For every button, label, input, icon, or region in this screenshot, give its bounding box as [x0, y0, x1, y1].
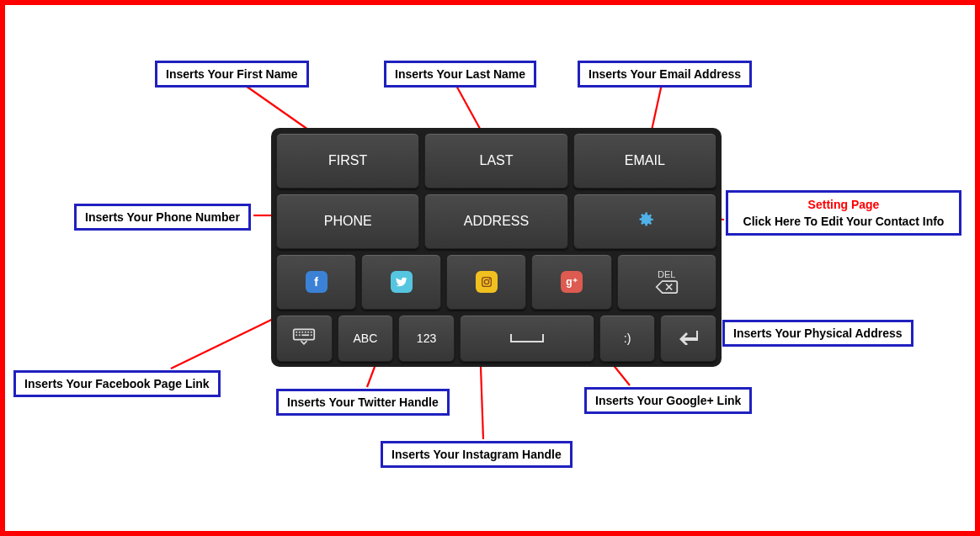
facebook-icon: f — [306, 271, 328, 293]
key-phone[interactable]: PHONE — [276, 194, 419, 249]
svg-rect-17 — [305, 332, 306, 333]
key-email[interactable]: EMAIL — [573, 133, 716, 188]
callout-facebook: Inserts Your Facebook Page Link — [13, 370, 221, 397]
key-123[interactable]: 123 — [398, 315, 455, 362]
keyboard-icon — [292, 327, 316, 349]
delete-label: DEL — [658, 269, 675, 279]
key-enter[interactable] — [660, 315, 716, 362]
svg-rect-18 — [308, 332, 310, 333]
svg-point-11 — [484, 279, 488, 284]
keyboard-row-1: FIRST LAST EMAIL — [276, 133, 716, 188]
svg-rect-14 — [296, 332, 298, 333]
key-delete[interactable]: DEL — [617, 254, 716, 310]
key-abc[interactable]: ABC — [338, 315, 394, 362]
enter-icon — [678, 328, 700, 348]
callout-phone: Inserts Your Phone Number — [74, 204, 251, 231]
key-emoji[interactable]: :) — [599, 315, 656, 362]
svg-rect-21 — [299, 334, 301, 336]
callout-first-name: Inserts Your First Name — [155, 61, 309, 88]
svg-point-12 — [488, 279, 490, 280]
key-space[interactable] — [460, 315, 594, 362]
svg-rect-15 — [299, 332, 301, 333]
callout-settings-title: Setting Page — [740, 198, 947, 211]
key-hide-keyboard[interactable] — [276, 315, 333, 362]
key-first-name[interactable]: FIRST — [276, 133, 419, 188]
delete-icon: DEL — [655, 269, 679, 295]
space-icon — [510, 334, 544, 342]
callout-email: Inserts Your Email Address — [578, 61, 752, 88]
svg-rect-20 — [296, 334, 298, 336]
svg-rect-23 — [311, 334, 312, 336]
key-last-name[interactable]: LAST — [424, 133, 567, 188]
callout-twitter: Inserts Your Twitter Handle — [276, 389, 450, 416]
keyboard-row-2: PHONE ADDRESS — [276, 194, 716, 249]
twitter-icon — [391, 271, 413, 293]
key-settings[interactable] — [573, 194, 716, 249]
key-address[interactable]: ADDRESS — [424, 194, 567, 249]
key-twitter[interactable] — [361, 254, 441, 310]
svg-rect-19 — [311, 332, 312, 333]
custom-keyboard: FIRST LAST EMAIL PHONE ADDRESS f g⁺ — [271, 128, 722, 367]
callout-last-name: Inserts Your Last Name — [384, 61, 536, 88]
callout-instagram: Inserts Your Instagram Handle — [381, 441, 573, 468]
callout-settings-body: Click Here To Edit Your Contact Info — [740, 215, 947, 228]
keyboard-row-3: f g⁺ DEL — [276, 254, 716, 310]
key-instagram[interactable] — [446, 254, 526, 310]
google-plus-icon: g⁺ — [561, 271, 583, 293]
svg-rect-16 — [302, 332, 304, 333]
callout-address: Inserts Your Physical Address — [722, 320, 913, 347]
key-facebook[interactable]: f — [276, 254, 356, 310]
svg-rect-22 — [302, 334, 310, 336]
gear-icon — [634, 209, 656, 234]
callout-settings: Setting Page Click Here To Edit Your Con… — [726, 190, 961, 236]
keyboard-row-4: ABC 123 :) — [276, 315, 716, 362]
callout-google: Inserts Your Google+ Link — [584, 387, 752, 414]
key-google-plus[interactable]: g⁺ — [531, 254, 611, 310]
instagram-icon — [476, 271, 498, 293]
